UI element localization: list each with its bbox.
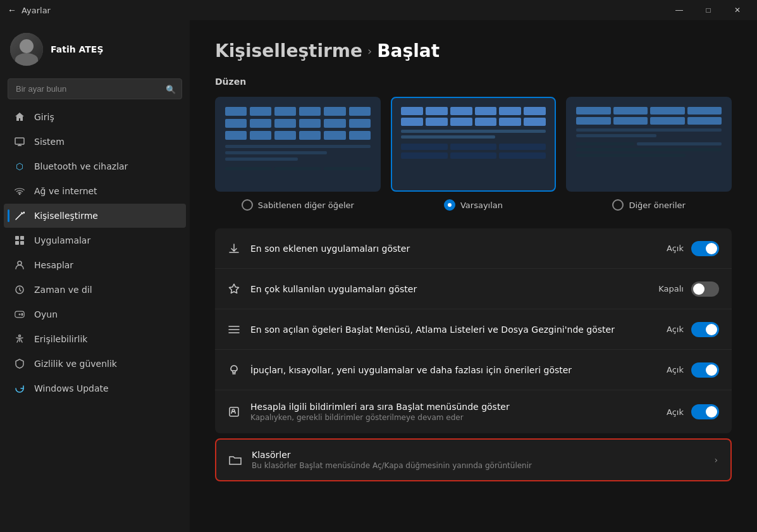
close-button[interactable]: ✕ xyxy=(723,0,752,20)
sidebar-item-zaman[interactable]: Zaman ve dil xyxy=(4,278,186,302)
user-name: Fatih ATEŞ xyxy=(51,44,103,54)
svg-point-15 xyxy=(22,314,23,316)
breadcrumb-current: Başlat xyxy=(377,40,440,61)
breadcrumb-parent: Kişiselleştirme xyxy=(215,40,362,61)
folder-icon xyxy=(229,454,242,466)
svg-point-9 xyxy=(18,261,22,265)
search-box[interactable]: 🔍 xyxy=(8,78,182,99)
breadcrumb-separator: › xyxy=(367,44,372,58)
sidebar-item-label-kisisellestirrme: Kişiselleştirme xyxy=(34,211,98,221)
sidebar-item-label-erisim: Erişilebilirlik xyxy=(34,334,87,344)
svg-rect-6 xyxy=(20,236,24,240)
list-icon xyxy=(228,323,240,336)
windows-update-icon xyxy=(14,383,25,394)
toggle-hesap-bildirim[interactable] xyxy=(691,404,719,419)
toggle-son-eklenen[interactable] xyxy=(691,241,719,256)
sidebar-item-gizlilik[interactable]: Gizlilik ve güvenlik xyxy=(4,352,186,376)
avatar xyxy=(10,33,43,66)
title-bar: ← Ayarlar — □ ✕ xyxy=(0,0,757,20)
account-icon xyxy=(228,405,240,418)
nav-list: Giriş Sistem ⬡ Bluetooth ve cihazlar xyxy=(0,104,190,532)
svg-rect-7 xyxy=(15,241,19,245)
radio-sabitlenen[interactable] xyxy=(242,199,253,211)
svg-point-16 xyxy=(19,335,21,337)
layout-option-sabitlenen[interactable]: Sabitlenen diğer öğeler xyxy=(215,97,381,211)
accessibility-icon xyxy=(14,333,25,345)
back-button[interactable]: ← xyxy=(8,5,16,15)
layout-options: Sabitlenen diğer öğeler xyxy=(215,97,732,211)
search-input[interactable] xyxy=(8,78,182,99)
sidebar-item-giris[interactable]: Giriş xyxy=(4,105,186,129)
status-son-acilan: Açık xyxy=(667,325,684,334)
star-icon xyxy=(228,283,240,295)
bluetooth-icon: ⬡ xyxy=(14,161,25,172)
radio-varsayilan[interactable] xyxy=(444,199,455,211)
section-title: Düzen xyxy=(215,77,732,87)
user-profile[interactable]: Fatih ATEŞ xyxy=(0,25,190,78)
sidebar-item-windows-update[interactable]: Windows Update xyxy=(4,376,186,400)
maximize-button[interactable]: □ xyxy=(694,0,723,20)
settings-label-son-acilan: En son açılan ögeleri Başlat Menüsü, Atl… xyxy=(250,325,667,335)
app-title: Ayarlar xyxy=(22,6,51,15)
chevron-right-icon: › xyxy=(714,455,718,465)
sidebar-item-label-zaman: Zaman ve dil xyxy=(34,285,92,295)
sidebar-item-label-windows-update: Windows Update xyxy=(34,383,109,393)
settings-card: En son eklenen uygulamaları göster Açık xyxy=(215,228,732,433)
system-icon xyxy=(14,136,25,147)
settings-label-son-eklenen: En son eklenen uygulamaları göster xyxy=(250,244,667,254)
radio-diger[interactable] xyxy=(612,199,624,211)
sidebar-item-label-hesaplar: Hesaplar xyxy=(34,260,73,270)
layout-option-diger[interactable]: Diğer öneriler xyxy=(566,97,732,211)
sidebar-item-label-uygulamalar: Uygulamalar xyxy=(34,235,90,245)
sidebar-item-oyun[interactable]: Oyun xyxy=(4,302,186,326)
lightbulb-icon xyxy=(228,364,240,376)
accounts-icon xyxy=(14,259,25,271)
network-icon xyxy=(14,185,25,197)
sidebar-item-bluetooth[interactable]: ⬡ Bluetooth ve cihazlar xyxy=(4,154,186,178)
settings-row-hesap-bildirim[interactable]: Hesapla ilgili bildirimleri ara sıra Baş… xyxy=(215,390,732,433)
klasorler-title: Klasörler xyxy=(252,450,714,460)
sidebar-item-uygulamalar[interactable]: Uygulamalar xyxy=(4,228,186,252)
apps-icon xyxy=(14,235,25,246)
main-content: Kişiselleştirme › Başlat Düzen xyxy=(190,20,757,532)
toggle-ipuclari[interactable] xyxy=(691,362,719,378)
personalize-icon xyxy=(14,210,25,221)
minimize-button[interactable]: — xyxy=(665,0,694,20)
sidebar-item-label-sistem: Sistem xyxy=(34,137,65,147)
settings-row-ipuclari[interactable]: İpuçları, kısayollar, yeni uygulamalar v… xyxy=(215,350,732,390)
svg-line-4 xyxy=(16,213,22,220)
sidebar-item-erisim[interactable]: Erişilebilirlik xyxy=(4,327,186,351)
layout-preview-sabitlenen xyxy=(215,97,381,192)
breadcrumb: Kişiselleştirme › Başlat xyxy=(215,40,732,61)
svg-point-22 xyxy=(232,409,235,412)
settings-row-son-eklenen[interactable]: En son eklenen uygulamaları göster Açık xyxy=(215,228,732,269)
gaming-icon xyxy=(14,309,25,320)
search-icon: 🔍 xyxy=(166,84,176,94)
sidebar-item-ag[interactable]: Ağ ve internet xyxy=(4,179,186,203)
sidebar-item-sistem[interactable]: Sistem xyxy=(4,130,186,154)
layout-preview-varsayilan xyxy=(391,97,557,192)
download-icon xyxy=(228,242,240,255)
status-ipuclari: Açık xyxy=(667,365,684,374)
settings-row-son-acilan[interactable]: En son açılan ögeleri Başlat Menüsü, Atl… xyxy=(215,309,732,350)
svg-point-3 xyxy=(19,194,20,195)
status-son-eklenen: Açık xyxy=(667,244,684,253)
sidebar: Fatih ATEŞ 🔍 Giriş xyxy=(0,20,190,532)
layout-label-row-sabitlenen: Sabitlenen diğer öğeler xyxy=(242,199,354,211)
klasorler-row[interactable]: Klasörler Bu klasörler Başlat menüsünde … xyxy=(215,438,732,481)
home-icon xyxy=(14,111,25,123)
sidebar-item-hesaplar[interactable]: Hesaplar xyxy=(4,253,186,277)
settings-label-ipuclari: İpuçları, kısayollar, yeni uygulamalar v… xyxy=(250,365,667,375)
layout-option-varsayilan[interactable]: Varsayılan xyxy=(391,97,557,211)
sidebar-item-label-giris: Giriş xyxy=(34,112,54,122)
status-hesap-bildirim: Açık xyxy=(667,407,684,417)
time-icon xyxy=(14,284,25,295)
privacy-icon xyxy=(14,358,25,369)
toggle-son-acilan[interactable] xyxy=(691,322,719,337)
sidebar-item-kisisellestirrme[interactable]: Kişiselleştirme xyxy=(4,204,186,228)
settings-label-en-cok: En çok kullanılan uygulamaları göster xyxy=(250,284,658,294)
settings-row-en-cok[interactable]: En çok kullanılan uygulamaları göster Ka… xyxy=(215,269,732,309)
svg-rect-0 xyxy=(15,138,24,144)
toggle-en-cok[interactable] xyxy=(691,281,719,297)
layout-label-diger: Diğer öneriler xyxy=(629,201,685,210)
